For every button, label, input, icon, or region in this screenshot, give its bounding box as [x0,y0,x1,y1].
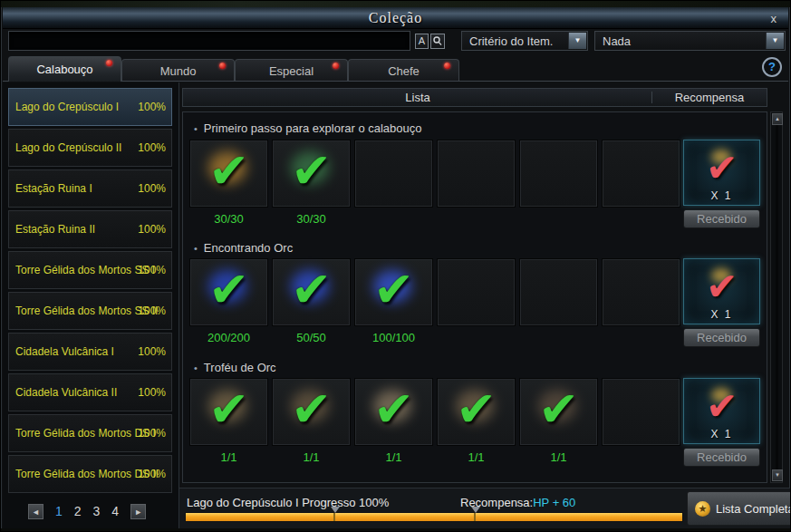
item-criteria-dropdown[interactable]: Critério do Item. ▼ [461,31,588,51]
sidebar-item-torre-gelida-ss-1[interactable]: Torre Gélida dos Mortos SS I 100% [8,251,172,289]
collection-slot-empty[interactable]: ✔ [437,258,516,326]
check-icon: ✔ [456,381,497,438]
progress-marker-icon [471,507,480,517]
claimed-button[interactable]: Recebido [683,448,760,467]
collection-slot-empty[interactable]: ✔ [354,140,433,208]
notification-dot-icon [219,63,226,69]
collection-slot[interactable]: ✔ [272,258,351,326]
collection-slot[interactable]: ✔ [189,258,268,326]
claimed-button[interactable]: Recebido [683,328,760,347]
collection-slot[interactable]: ✔ [272,378,351,446]
chevron-down-icon[interactable]: ▼ [568,33,586,49]
scrollbar[interactable]: ▲ ▼ [770,111,783,483]
collection-slot-empty[interactable]: ✔ [602,140,680,208]
slot-count: 30/30 [272,212,351,226]
match-case-button[interactable]: A [415,34,429,49]
tab-label: Chefe [388,64,420,78]
slot-count: 30/30 [189,212,268,226]
tab-calabouco[interactable]: Calabouço [8,56,121,82]
collection-cell: ✔ 30/30 [272,140,351,226]
slot-count [519,212,598,226]
header-divider [651,92,652,103]
reward-column-header: Recompensa [656,91,763,104]
scroll-up-icon[interactable]: ▲ [772,113,783,125]
slot-count [602,450,680,464]
dungeon-percent: 100% [138,223,166,236]
search-icon[interactable] [430,34,445,49]
tab-chefe[interactable]: Chefe [348,59,459,82]
collection-slot-empty[interactable]: ✔ [519,258,598,326]
tab-especial[interactable]: Especial [235,59,348,82]
page-4[interactable]: 4 [111,504,119,518]
collection-content-panel: •Primeiro passo para explorar o calabouç… [182,111,767,483]
page-2[interactable]: 2 [74,504,82,518]
bullet-icon: • [194,363,198,373]
help-icon[interactable]: ? [762,57,782,77]
collection-slot[interactable]: ✔ [519,378,598,446]
slot-count: 100/100 [354,331,433,344]
sidebar-item-torre-gelida-ss-2[interactable]: Torre Gélida dos Mortos SS II 100% [8,292,172,330]
close-icon[interactable]: x [771,13,777,25]
sidebar-item-cidadela-vulcanica-2[interactable]: Cidadela Vulcânica II 100% [8,373,172,411]
slot-count: 1/1 [189,450,268,464]
reward-value: HP + 60 [533,496,575,509]
reward-slot[interactable]: ✔ X 1 [683,258,760,324]
check-icon: ✔ [208,381,249,438]
slot-count: 200/200 [189,331,268,344]
sidebar-item-lago-crepusculo-2[interactable]: Lago do Crepúsculo II 100% [8,129,172,167]
collection-cell: ✔ [354,140,433,226]
title-bar[interactable]: Coleção x [3,7,788,29]
page-1[interactable]: 1 [55,504,63,518]
reward-cell: ✔ X 1 Recebido [683,140,761,228]
dungeon-percent: 100% [138,264,166,276]
reward-slot[interactable]: ✔ X 1 [683,140,760,206]
dungeon-percent: 100% [138,386,166,399]
collection-cell: ✔ 1/1 [189,378,268,464]
collection-cell: ✔ 1/1 [354,378,433,464]
collection-slot[interactable]: ✔ [437,378,516,446]
sidebar-item-cidadela-vulcanica-1[interactable]: Cidadela Vulcânica I 100% [8,333,172,371]
collection-slot-empty[interactable]: ✔ [602,378,680,446]
collection-slot[interactable]: ✔ [354,258,433,326]
dungeon-name: Lago do Crepúsculo I [15,101,119,113]
tab-mundo[interactable]: Mundo [121,59,235,82]
search-input[interactable] [8,31,410,51]
chevron-down-icon[interactable]: ▼ [766,33,784,49]
sidebar-item-torre-gelida-ds-1[interactable]: Torre Gélida dos Mortos DS I 100% [8,414,172,452]
sidebar-item-torre-gelida-ds-2[interactable]: Torre Gélida dos Mortos DS II 100% [8,455,172,493]
collection-slot-empty[interactable]: ✔ [602,258,680,326]
collection-cell: ✔ [519,140,598,226]
sidebar-item-estacao-ruina-1[interactable]: Estação Ruina I 100% [8,169,172,208]
category-value: Nada [603,34,631,48]
prev-page-button[interactable]: ◄ [28,504,43,519]
page-3[interactable]: 3 [93,504,101,518]
reward-slot[interactable]: ✔ X 1 [683,378,760,444]
dungeon-name: Estação Ruina I [15,182,92,195]
collection-slot[interactable]: ✔ [354,378,433,446]
collection-cell: ✔ 1/1 [519,378,598,464]
collection-slot-empty[interactable]: ✔ [437,140,516,208]
next-page-button[interactable]: ► [130,504,146,519]
star-icon: ★ [695,501,710,517]
progress-label: Lago do Crepúsculo I Progresso 100% [187,496,389,509]
collection-cell: ✔ 50/50 [272,258,351,344]
collection-slot[interactable]: ✔ [272,140,351,208]
sidebar-item-lago-crepusculo-1[interactable]: Lago do Crepúsculo I 100% [8,88,172,126]
scrollbar-track[interactable] [776,125,778,469]
collection-slot[interactable]: ✔ [189,378,268,446]
collection-cell: ✔ [602,378,680,464]
slot-count [602,212,680,226]
category-dropdown[interactable]: Nada ▼ [594,31,786,51]
reward-cell: ✔ X 1 Recebido [683,378,761,467]
claimed-button[interactable]: Recebido [683,209,760,228]
collection-slot[interactable]: ✔ [189,140,268,208]
sidebar-item-estacao-ruina-2[interactable]: Estação Ruina II 100% [8,210,172,248]
collection-slot-empty[interactable]: ✔ [519,140,598,208]
scroll-down-icon[interactable]: ▼ [772,469,783,481]
window-bottom-edge [1,528,790,531]
notification-dot-icon [333,63,339,69]
slot-count [437,331,516,344]
dungeon-percent: 100% [138,305,166,317]
slot-count [354,212,433,226]
complete-list-button[interactable]: ★ Lista Completa [687,491,791,526]
